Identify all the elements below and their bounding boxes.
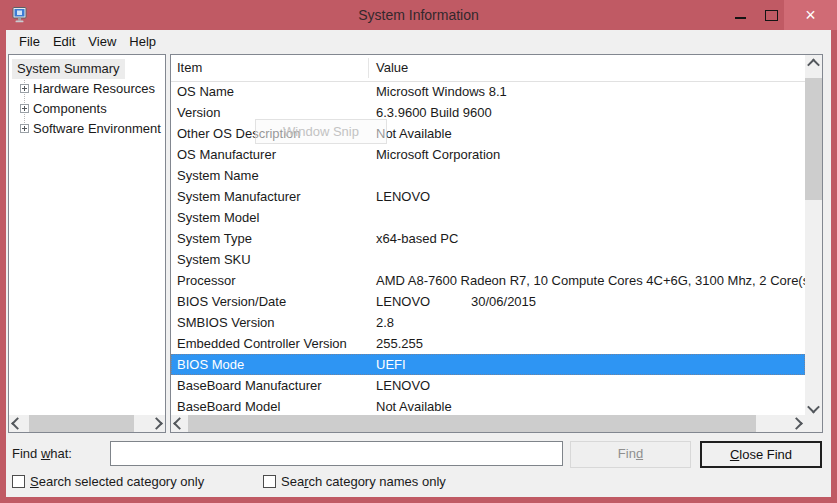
item-cell: OS Name [177, 81, 376, 102]
close-icon: × [805, 1, 816, 29]
tree: System SummaryHardware ResourcesComponen… [9, 55, 165, 415]
value-cell: 255.255 [376, 333, 471, 354]
table-row[interactable]: OS ManufacturerMicrosoft Corporation [171, 144, 805, 165]
value-cell: 6.3.9600 Build 9600 [376, 102, 492, 123]
item-cell: BIOS Mode [177, 354, 376, 375]
table-row[interactable]: ProcessorAMD A8-7600 Radeon R7, 10 Compu… [171, 270, 805, 291]
close-button[interactable]: × [784, 0, 837, 30]
hscroll-thumb[interactable] [188, 415, 756, 432]
table-row[interactable]: System SKU [171, 249, 805, 270]
search-selected-category-label: Search selected category only [30, 474, 204, 489]
expander-plus-icon[interactable] [20, 84, 29, 93]
value-cell: LENOVO [376, 186, 471, 207]
item-cell: Embedded Controller Version [177, 333, 376, 354]
item-cell: System Type [177, 228, 376, 249]
window-border-bottom [0, 497, 837, 503]
search-selected-category-checkbox[interactable] [12, 475, 25, 488]
tree-item-label: System Summary [12, 59, 125, 79]
search-category-names-checkbox[interactable] [263, 475, 276, 488]
find-what-label: Find what: [12, 446, 72, 461]
sidebar-item-software-environment[interactable]: Software Environment [9, 119, 165, 139]
details-list-pane: Item Value OS NameMicrosoft Windows 8.1V… [170, 54, 823, 433]
category-tree-pane: System SummaryHardware ResourcesComponen… [8, 54, 166, 433]
window-border-left [0, 30, 6, 497]
page-title: System Information [0, 7, 837, 23]
scroll-left-icon[interactable] [171, 415, 188, 432]
tree-item-label: Software Environment [31, 119, 163, 139]
item-cell: SMBIOS Version [177, 312, 376, 333]
scroll-up-icon[interactable] [805, 55, 822, 72]
list-header[interactable]: Item Value [171, 55, 805, 82]
item-cell: System Name [177, 165, 376, 186]
value-cell: LENOVO [376, 291, 471, 312]
table-row[interactable]: BIOS Version/DateLENOVO30/06/2015 [171, 291, 805, 312]
column-header-item[interactable]: Item [177, 60, 202, 75]
value-cell: LENOVO [376, 375, 471, 396]
table-row[interactable]: BaseBoard ManufacturerLENOVO [171, 375, 805, 396]
scrollbar-corner [805, 415, 822, 432]
item-cell: Processor [177, 270, 376, 291]
close-find-button[interactable]: Close Find [700, 441, 822, 468]
search-category-names-label: Search category names only [281, 474, 446, 489]
horizontal-scrollbar[interactable] [171, 415, 805, 432]
maximize-icon [765, 10, 778, 21]
table-row[interactable]: BIOS ModeUEFI [171, 354, 805, 375]
sidebar-item-hardware-resources[interactable]: Hardware Resources [9, 79, 165, 99]
value-cell: Microsoft Windows 8.1 [376, 81, 507, 102]
value-cell: Not Available [376, 123, 471, 144]
table-row[interactable]: System ManufacturerLENOVO [171, 186, 805, 207]
column-separator[interactable] [368, 58, 369, 78]
value-cell: AMD A8-7600 Radeon R7, 10 Compute Cores … [376, 270, 805, 291]
value-cell: Not Available [376, 396, 471, 415]
minimize-icon [735, 17, 746, 19]
table-row[interactable]: System Typex64-based PC [171, 228, 805, 249]
item-cell: System Manufacturer [177, 186, 376, 207]
title-bar[interactable]: System Information × [0, 0, 837, 30]
window-border-right [831, 30, 837, 497]
sidebar-item-system-summary[interactable]: System Summary [9, 59, 165, 79]
table-row[interactable]: SMBIOS Version2.8 [171, 312, 805, 333]
table-row[interactable]: System Model [171, 207, 805, 228]
menu-view[interactable]: View [82, 30, 122, 53]
item-cell: BaseBoard Manufacturer [177, 375, 376, 396]
find-input[interactable] [110, 441, 563, 466]
vscroll-thumb[interactable] [805, 78, 822, 200]
expander-plus-icon[interactable] [20, 124, 29, 133]
find-button[interactable]: Find [570, 441, 691, 468]
system-information-window: System Information × FileEditViewHelp Sy… [0, 0, 837, 503]
value-cell-secondary: 30/06/2015 [471, 291, 536, 312]
item-cell: BIOS Version/Date [177, 291, 376, 312]
table-row[interactable]: OS NameMicrosoft Windows 8.1 [171, 81, 805, 102]
item-cell: System SKU [177, 249, 376, 270]
table-row[interactable]: BaseBoard ModelNot Available [171, 396, 805, 415]
tree-item-label: Components [31, 99, 109, 119]
menu-edit[interactable]: Edit [47, 30, 81, 53]
minimize-button[interactable] [722, 0, 758, 30]
maximize-button[interactable] [758, 0, 784, 30]
value-cell: Microsoft Corporation [376, 144, 500, 165]
tree-hscroll-thumb[interactable] [29, 415, 134, 432]
menu-bar: FileEditViewHelp [6, 30, 831, 54]
value-cell: x64-based PC [376, 228, 471, 249]
menu-file[interactable]: File [13, 30, 46, 53]
expander-plus-icon[interactable] [20, 104, 29, 113]
window-snip-tooltip: Window Snip [255, 119, 387, 144]
tree-horizontal-scrollbar[interactable] [9, 415, 165, 432]
sidebar-item-components[interactable]: Components [9, 99, 165, 119]
column-header-value[interactable]: Value [376, 60, 408, 75]
scroll-right-icon[interactable] [788, 415, 805, 432]
table-row[interactable]: System Name [171, 165, 805, 186]
item-cell: System Model [177, 207, 376, 228]
table-row[interactable]: Embedded Controller Version255.255 [171, 333, 805, 354]
item-cell: BaseBoard Model [177, 396, 376, 415]
value-cell: 2.8 [376, 312, 471, 333]
menu-help[interactable]: Help [123, 30, 162, 53]
item-cell: OS Manufacturer [177, 144, 376, 165]
scroll-right-icon[interactable] [148, 415, 165, 432]
value-cell: UEFI [376, 354, 471, 375]
vertical-scrollbar[interactable] [805, 55, 822, 417]
tree-item-label: Hardware Resources [31, 79, 157, 99]
scroll-left-icon[interactable] [9, 415, 26, 432]
